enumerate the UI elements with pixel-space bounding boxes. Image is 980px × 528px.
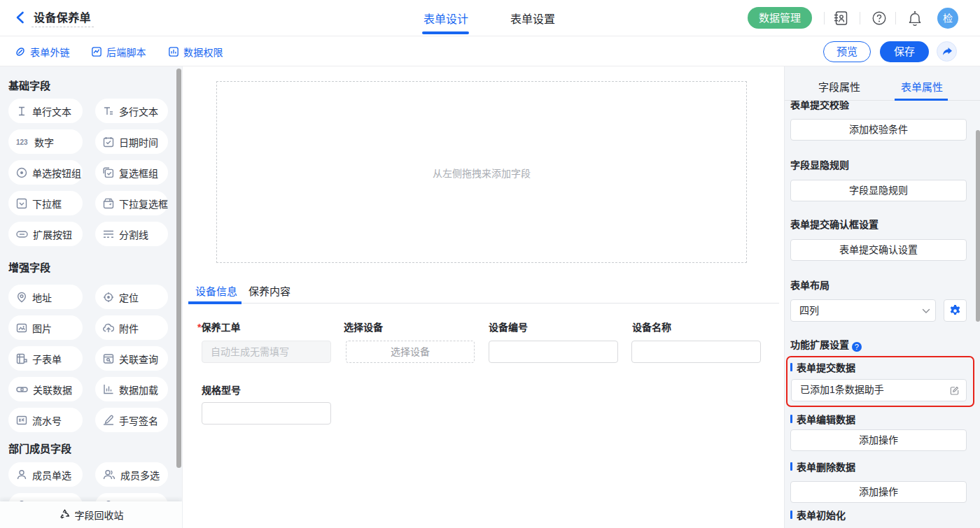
svg-text:123: 123: [16, 138, 28, 146]
